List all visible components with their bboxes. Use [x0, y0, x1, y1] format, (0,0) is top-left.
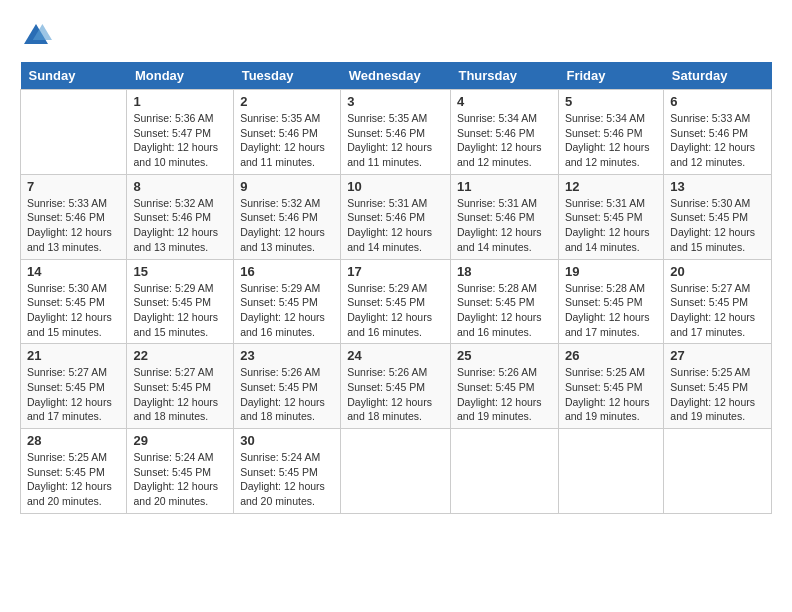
week-row-3: 14Sunrise: 5:30 AMSunset: 5:45 PMDayligh…	[21, 259, 772, 344]
calendar-cell: 6Sunrise: 5:33 AMSunset: 5:46 PMDaylight…	[664, 90, 772, 175]
day-info: Sunrise: 5:26 AMSunset: 5:45 PMDaylight:…	[347, 365, 444, 424]
calendar-cell: 19Sunrise: 5:28 AMSunset: 5:45 PMDayligh…	[558, 259, 663, 344]
calendar-cell: 21Sunrise: 5:27 AMSunset: 5:45 PMDayligh…	[21, 344, 127, 429]
calendar-cell: 29Sunrise: 5:24 AMSunset: 5:45 PMDayligh…	[127, 429, 234, 514]
calendar-cell: 25Sunrise: 5:26 AMSunset: 5:45 PMDayligh…	[450, 344, 558, 429]
day-number: 12	[565, 179, 657, 194]
header-saturday: Saturday	[664, 62, 772, 90]
day-info: Sunrise: 5:29 AMSunset: 5:45 PMDaylight:…	[133, 281, 227, 340]
logo-icon	[20, 20, 52, 52]
calendar-cell: 15Sunrise: 5:29 AMSunset: 5:45 PMDayligh…	[127, 259, 234, 344]
day-number: 4	[457, 94, 552, 109]
header-friday: Friday	[558, 62, 663, 90]
header-tuesday: Tuesday	[234, 62, 341, 90]
day-info: Sunrise: 5:28 AMSunset: 5:45 PMDaylight:…	[565, 281, 657, 340]
calendar-cell: 8Sunrise: 5:32 AMSunset: 5:46 PMDaylight…	[127, 174, 234, 259]
calendar-cell: 5Sunrise: 5:34 AMSunset: 5:46 PMDaylight…	[558, 90, 663, 175]
day-number: 14	[27, 264, 120, 279]
calendar-cell: 16Sunrise: 5:29 AMSunset: 5:45 PMDayligh…	[234, 259, 341, 344]
calendar-cell	[21, 90, 127, 175]
day-number: 22	[133, 348, 227, 363]
day-number: 10	[347, 179, 444, 194]
day-info: Sunrise: 5:35 AMSunset: 5:46 PMDaylight:…	[240, 111, 334, 170]
calendar-cell	[450, 429, 558, 514]
header-monday: Monday	[127, 62, 234, 90]
calendar-cell: 17Sunrise: 5:29 AMSunset: 5:45 PMDayligh…	[341, 259, 451, 344]
day-number: 6	[670, 94, 765, 109]
day-info: Sunrise: 5:26 AMSunset: 5:45 PMDaylight:…	[457, 365, 552, 424]
calendar-cell	[558, 429, 663, 514]
day-info: Sunrise: 5:29 AMSunset: 5:45 PMDaylight:…	[240, 281, 334, 340]
week-row-5: 28Sunrise: 5:25 AMSunset: 5:45 PMDayligh…	[21, 429, 772, 514]
day-info: Sunrise: 5:26 AMSunset: 5:45 PMDaylight:…	[240, 365, 334, 424]
day-number: 5	[565, 94, 657, 109]
calendar-cell	[341, 429, 451, 514]
calendar-cell: 13Sunrise: 5:30 AMSunset: 5:45 PMDayligh…	[664, 174, 772, 259]
day-number: 9	[240, 179, 334, 194]
week-row-1: 1Sunrise: 5:36 AMSunset: 5:47 PMDaylight…	[21, 90, 772, 175]
day-info: Sunrise: 5:35 AMSunset: 5:46 PMDaylight:…	[347, 111, 444, 170]
day-info: Sunrise: 5:32 AMSunset: 5:46 PMDaylight:…	[240, 196, 334, 255]
calendar-cell: 3Sunrise: 5:35 AMSunset: 5:46 PMDaylight…	[341, 90, 451, 175]
day-info: Sunrise: 5:27 AMSunset: 5:45 PMDaylight:…	[133, 365, 227, 424]
day-info: Sunrise: 5:27 AMSunset: 5:45 PMDaylight:…	[27, 365, 120, 424]
day-number: 18	[457, 264, 552, 279]
header-wednesday: Wednesday	[341, 62, 451, 90]
day-info: Sunrise: 5:24 AMSunset: 5:45 PMDaylight:…	[240, 450, 334, 509]
calendar-cell: 14Sunrise: 5:30 AMSunset: 5:45 PMDayligh…	[21, 259, 127, 344]
calendar-cell: 11Sunrise: 5:31 AMSunset: 5:46 PMDayligh…	[450, 174, 558, 259]
calendar-cell: 4Sunrise: 5:34 AMSunset: 5:46 PMDaylight…	[450, 90, 558, 175]
day-number: 1	[133, 94, 227, 109]
day-info: Sunrise: 5:34 AMSunset: 5:46 PMDaylight:…	[457, 111, 552, 170]
day-info: Sunrise: 5:31 AMSunset: 5:46 PMDaylight:…	[347, 196, 444, 255]
day-number: 25	[457, 348, 552, 363]
calendar-cell: 2Sunrise: 5:35 AMSunset: 5:46 PMDaylight…	[234, 90, 341, 175]
calendar-table: SundayMondayTuesdayWednesdayThursdayFrid…	[20, 62, 772, 514]
day-number: 7	[27, 179, 120, 194]
day-info: Sunrise: 5:25 AMSunset: 5:45 PMDaylight:…	[670, 365, 765, 424]
day-info: Sunrise: 5:24 AMSunset: 5:45 PMDaylight:…	[133, 450, 227, 509]
calendar-cell: 9Sunrise: 5:32 AMSunset: 5:46 PMDaylight…	[234, 174, 341, 259]
day-number: 17	[347, 264, 444, 279]
day-info: Sunrise: 5:25 AMSunset: 5:45 PMDaylight:…	[27, 450, 120, 509]
day-info: Sunrise: 5:33 AMSunset: 5:46 PMDaylight:…	[670, 111, 765, 170]
calendar-cell: 28Sunrise: 5:25 AMSunset: 5:45 PMDayligh…	[21, 429, 127, 514]
day-info: Sunrise: 5:32 AMSunset: 5:46 PMDaylight:…	[133, 196, 227, 255]
day-number: 3	[347, 94, 444, 109]
week-row-4: 21Sunrise: 5:27 AMSunset: 5:45 PMDayligh…	[21, 344, 772, 429]
day-number: 11	[457, 179, 552, 194]
calendar-cell: 20Sunrise: 5:27 AMSunset: 5:45 PMDayligh…	[664, 259, 772, 344]
day-info: Sunrise: 5:36 AMSunset: 5:47 PMDaylight:…	[133, 111, 227, 170]
page-header	[20, 20, 772, 52]
calendar-cell: 24Sunrise: 5:26 AMSunset: 5:45 PMDayligh…	[341, 344, 451, 429]
day-number: 28	[27, 433, 120, 448]
day-info: Sunrise: 5:33 AMSunset: 5:46 PMDaylight:…	[27, 196, 120, 255]
week-row-2: 7Sunrise: 5:33 AMSunset: 5:46 PMDaylight…	[21, 174, 772, 259]
day-number: 21	[27, 348, 120, 363]
day-number: 29	[133, 433, 227, 448]
day-number: 24	[347, 348, 444, 363]
day-info: Sunrise: 5:31 AMSunset: 5:46 PMDaylight:…	[457, 196, 552, 255]
calendar-cell: 12Sunrise: 5:31 AMSunset: 5:45 PMDayligh…	[558, 174, 663, 259]
day-number: 2	[240, 94, 334, 109]
day-info: Sunrise: 5:27 AMSunset: 5:45 PMDaylight:…	[670, 281, 765, 340]
day-number: 13	[670, 179, 765, 194]
day-info: Sunrise: 5:28 AMSunset: 5:45 PMDaylight:…	[457, 281, 552, 340]
calendar-cell: 10Sunrise: 5:31 AMSunset: 5:46 PMDayligh…	[341, 174, 451, 259]
header-sunday: Sunday	[21, 62, 127, 90]
calendar-cell: 27Sunrise: 5:25 AMSunset: 5:45 PMDayligh…	[664, 344, 772, 429]
day-info: Sunrise: 5:25 AMSunset: 5:45 PMDaylight:…	[565, 365, 657, 424]
day-number: 27	[670, 348, 765, 363]
day-number: 19	[565, 264, 657, 279]
calendar-cell	[664, 429, 772, 514]
day-number: 23	[240, 348, 334, 363]
days-header-row: SundayMondayTuesdayWednesdayThursdayFrid…	[21, 62, 772, 90]
day-info: Sunrise: 5:34 AMSunset: 5:46 PMDaylight:…	[565, 111, 657, 170]
logo	[20, 20, 56, 52]
day-number: 26	[565, 348, 657, 363]
day-info: Sunrise: 5:30 AMSunset: 5:45 PMDaylight:…	[27, 281, 120, 340]
calendar-cell: 22Sunrise: 5:27 AMSunset: 5:45 PMDayligh…	[127, 344, 234, 429]
calendar-cell: 26Sunrise: 5:25 AMSunset: 5:45 PMDayligh…	[558, 344, 663, 429]
day-number: 15	[133, 264, 227, 279]
day-info: Sunrise: 5:29 AMSunset: 5:45 PMDaylight:…	[347, 281, 444, 340]
